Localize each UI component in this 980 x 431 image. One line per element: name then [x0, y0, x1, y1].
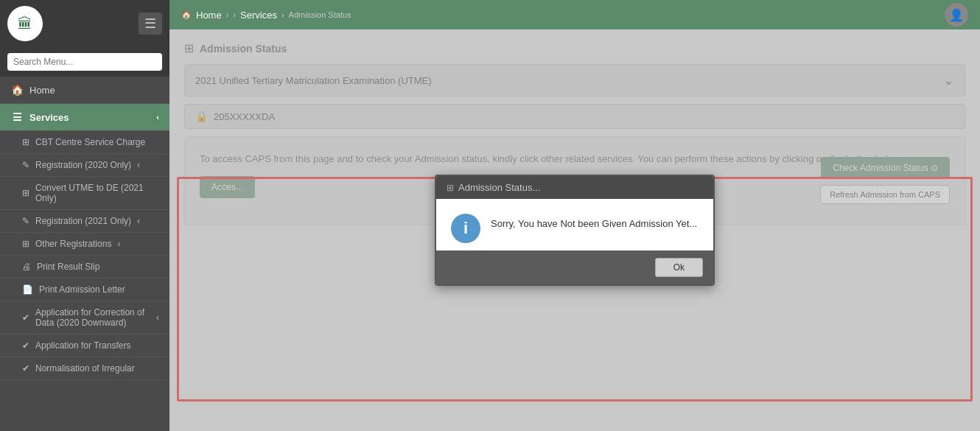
dialog-titlebar-icon: ⊞	[447, 183, 454, 193]
sidebar-item-app-correction-label: Application for Correction of Data (2020…	[35, 307, 150, 328]
sidebar: 🏛 ☰ 🏠 Home ☰ Services ‹ ⊞ CBT Centre Ser…	[0, 0, 169, 431]
app-correction-arrow: ‹	[156, 312, 159, 323]
search-input[interactable]	[7, 53, 162, 71]
breadcrumb-sep3: ›	[281, 10, 284, 19]
reg2021-arrow: ‹	[137, 216, 140, 226]
sidebar-item-reg2021[interactable]: ✎ Registration (2021 Only) ‹	[0, 210, 169, 233]
dialog-title: Admission Status...	[458, 182, 540, 193]
convert-icon: ⊞	[22, 188, 29, 198]
reg2021-icon: ✎	[22, 216, 29, 226]
sidebar-item-normalisation[interactable]: ✔ Normalisation of Irregular	[0, 357, 169, 380]
sidebar-item-print-result[interactable]: 🖨 Print Result Slip	[0, 256, 169, 278]
sidebar-search-container	[0, 47, 169, 77]
print-admission-icon: 📄	[22, 284, 33, 295]
sidebar-item-home-label: Home	[29, 85, 55, 96]
app-correction-icon: ✔	[22, 312, 29, 323]
breadcrumb: 🏠 Home › › Services › Admission Status	[181, 10, 351, 21]
reg2020-icon: ✎	[22, 160, 29, 170]
sidebar-item-cbt-label: CBT Centre Service Charge	[35, 137, 145, 147]
sidebar-item-services-label: Services	[29, 112, 69, 123]
print-result-icon: 🖨	[22, 262, 31, 272]
other-reg-icon: ⊞	[22, 239, 29, 249]
modal-overlay: ⊞ Admission Status... i Sorry, You have …	[169, 29, 980, 431]
breadcrumb-services[interactable]: Services	[240, 10, 277, 21]
sidebar-item-convert-label: Convert UTME to DE (2021 Only)	[35, 183, 159, 203]
sidebar-item-home[interactable]: 🏠 Home	[0, 77, 169, 104]
sidebar-item-print-admission-label: Print Admission Letter	[39, 284, 125, 295]
breadcrumb-sep2: ›	[233, 10, 236, 19]
sidebar-item-reg2020-label: Registration (2020 Only)	[35, 160, 131, 170]
cbt-icon: ⊞	[22, 137, 29, 147]
sidebar-header: 🏛 ☰	[0, 0, 169, 47]
dialog-ok-button[interactable]: Ok	[655, 258, 703, 277]
home-icon: 🏠	[10, 84, 24, 96]
reg2020-arrow: ‹	[137, 160, 140, 170]
dialog-info-icon: i	[451, 214, 480, 243]
breadcrumb-sep1: ›	[226, 10, 229, 19]
sidebar-item-other-reg[interactable]: ⊞ Other Registrations ‹	[0, 233, 169, 256]
main-content: 🏠 Home › › Services › Admission Status 👤…	[169, 0, 980, 431]
user-avatar[interactable]: 👤	[945, 3, 968, 27]
dialog-footer: Ok	[436, 250, 713, 284]
sidebar-item-app-transfers[interactable]: ✔ Application for Transfers	[0, 334, 169, 357]
sidebar-item-convert[interactable]: ⊞ Convert UTME to DE (2021 Only)	[0, 177, 169, 210]
services-arrow: ‹	[156, 113, 159, 122]
hamburger-button[interactable]: ☰	[139, 13, 162, 35]
dialog-titlebar: ⊞ Admission Status...	[436, 176, 713, 199]
breadcrumb-home[interactable]: Home	[196, 10, 222, 21]
sidebar-item-reg2020[interactable]: ✎ Registration (2020 Only) ‹	[0, 154, 169, 177]
normalisation-icon: ✔	[22, 363, 29, 374]
other-reg-arrow: ‹	[117, 239, 120, 249]
sidebar-item-cbt[interactable]: ⊞ CBT Centre Service Charge	[0, 131, 169, 154]
sidebar-item-app-correction[interactable]: ✔ Application for Correction of Data (20…	[0, 301, 169, 334]
sidebar-item-reg2021-label: Registration (2021 Only)	[35, 216, 131, 226]
dialog-body: i Sorry, You have Not been Given Admissi…	[436, 199, 713, 250]
sidebar-item-normalisation-label: Normalisation of Irregular	[35, 363, 135, 374]
sidebar-item-app-transfers-label: Application for Transfers	[35, 340, 130, 351]
breadcrumb-current: Admission Status	[289, 10, 351, 19]
admission-status-dialog: ⊞ Admission Status... i Sorry, You have …	[435, 175, 715, 286]
sidebar-item-other-reg-label: Other Registrations	[35, 239, 111, 249]
logo-icon: 🏛	[7, 6, 43, 41]
dialog-message: Sorry, You have Not been Given Admission…	[491, 214, 697, 231]
sidebar-item-print-admission[interactable]: 📄 Print Admission Letter	[0, 278, 169, 301]
services-icon: ☰	[10, 111, 24, 123]
app-transfers-icon: ✔	[22, 340, 29, 351]
content-area: ⊞ Admission Status 2021 Unified Tertiary…	[169, 29, 980, 431]
topbar: 🏠 Home › › Services › Admission Status 👤	[169, 0, 980, 29]
home-breadcrumb-icon: 🏠	[181, 10, 192, 20]
sidebar-item-services[interactable]: ☰ Services ‹	[0, 104, 169, 131]
sidebar-item-print-result-label: Print Result Slip	[37, 262, 99, 272]
